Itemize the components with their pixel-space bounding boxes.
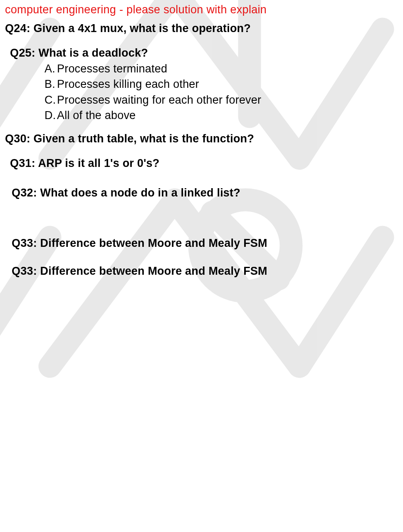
option-text: Processes killing each other — [57, 78, 199, 90]
option-b: B.Processes killing each other — [45, 77, 398, 92]
option-letter: B. — [45, 77, 57, 92]
header-note: computer engineering - please solution w… — [5, 3, 398, 16]
question-33a: Q33: Difference between Moore and Mealy … — [12, 237, 398, 250]
option-text: All of the above — [57, 109, 136, 122]
option-text: Processes waiting for each other forever — [57, 94, 261, 106]
option-letter: C. — [45, 92, 57, 108]
question-32: Q32: What does a node do in a linked lis… — [12, 186, 398, 199]
option-letter: A. — [45, 61, 57, 77]
question-25: Q25: What is a deadlock? — [10, 47, 398, 60]
option-text: Processes terminated — [57, 62, 167, 75]
question-31: Q31: ARP is it all 1's or 0's? — [10, 157, 398, 170]
question-25-options: A.Processes terminated B.Processes killi… — [45, 61, 398, 123]
option-c: C.Processes waiting for each other forev… — [45, 92, 398, 108]
document-content: computer engineering - please solution w… — [5, 3, 398, 278]
option-d: D.All of the above — [45, 108, 398, 123]
option-a: A.Processes terminated — [45, 61, 398, 77]
question-24: Q24: Given a 4x1 mux, what is the operat… — [5, 22, 398, 35]
question-33b: Q33: Difference between Moore and Mealy … — [12, 265, 398, 278]
question-30: Q30: Given a truth table, what is the fu… — [5, 132, 398, 145]
option-letter: D. — [45, 108, 57, 123]
